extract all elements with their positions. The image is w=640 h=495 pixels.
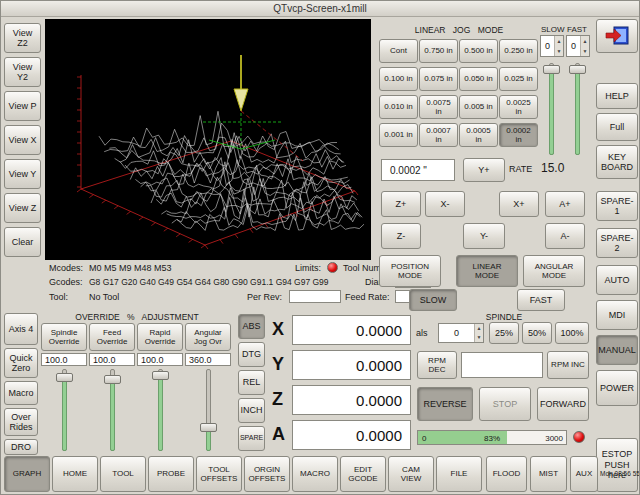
tool-tab-button[interactable]: TOOL: [100, 456, 146, 492]
fullscreen-button[interactable]: Full: [596, 113, 638, 141]
jog-increment-button[interactable]: 0.500 in: [459, 39, 498, 63]
jog-increment-button[interactable]: 0.750 in: [419, 39, 458, 63]
jog-z-minus-button[interactable]: Z-: [381, 223, 421, 249]
view-y-button[interactable]: View Y: [4, 159, 41, 189]
angular-jog-slider[interactable]: [200, 369, 217, 451]
fast-jog-spinbox[interactable]: 0 ▲▼: [566, 35, 590, 57]
clear-view-button[interactable]: Clear: [4, 227, 41, 257]
home-tab-button[interactable]: HOME: [52, 456, 98, 492]
slider-handle[interactable]: [152, 371, 169, 380]
view-z2-button[interactable]: View Z2: [4, 23, 41, 53]
macro-tab-button[interactable]: MACRO: [292, 456, 338, 492]
position-mode-button[interactable]: POSITION MODE: [379, 255, 441, 287]
graph-tab-button[interactable]: GRAPH: [4, 456, 50, 492]
dtg-button[interactable]: DTG: [238, 342, 265, 367]
spinbox-arrows[interactable]: ▲▼: [474, 324, 483, 342]
auto-mode-button[interactable]: AUTO: [596, 265, 638, 295]
rapid-override-button[interactable]: Rapid Override: [137, 323, 183, 351]
aux-button[interactable]: AUX: [570, 456, 598, 492]
spare-dro-button[interactable]: SPARE: [238, 426, 265, 451]
angular-jog-override-button[interactable]: Angular Jog Ovr: [185, 323, 231, 351]
slider-handle[interactable]: [200, 423, 217, 432]
jog-a-minus-button[interactable]: A-: [545, 223, 585, 249]
titlebar[interactable]: QTvcp-Screen-x1mill: [1, 1, 639, 17]
origin-offsets-tab-button[interactable]: ORGIN OFFSETS: [244, 456, 290, 492]
mdi-mode-button[interactable]: MDI: [596, 300, 638, 330]
jog-x-plus-button[interactable]: X+: [499, 191, 539, 217]
keyboard-button[interactable]: KEY BOARD: [596, 145, 638, 179]
tool-offsets-tab-button[interactable]: TOOL OFFSETS: [196, 456, 242, 492]
per-rev-field[interactable]: [289, 290, 341, 303]
gcode-preview-plot[interactable]: [45, 19, 371, 260]
jog-fast-button[interactable]: FAST: [517, 289, 565, 311]
jog-slow-button[interactable]: SLOW: [409, 289, 457, 311]
jog-increment-button[interactable]: 0.0075 in: [419, 95, 458, 119]
view-y2-button[interactable]: View Y2: [4, 57, 41, 87]
jog-increment-button[interactable]: Cont: [379, 39, 418, 63]
view-x-button[interactable]: View X: [4, 125, 41, 155]
spare-2-button[interactable]: SPARE-2: [596, 228, 638, 258]
fast-jog-slider[interactable]: [569, 63, 586, 155]
axis-4-button[interactable]: Axis 4: [4, 313, 38, 345]
cam-view-tab-button[interactable]: CAM VIEW: [388, 456, 434, 492]
spinbox-arrows[interactable]: ▲▼: [580, 36, 589, 56]
abs-button[interactable]: ABS: [238, 314, 265, 339]
inch-button[interactable]: INCH: [238, 398, 265, 423]
power-button[interactable]: POWER: [596, 370, 638, 406]
feed-override-slider[interactable]: [104, 369, 121, 451]
slow-jog-slider[interactable]: [543, 63, 560, 155]
file-tab-button[interactable]: FILE: [436, 456, 482, 492]
flood-button[interactable]: FLOOD: [486, 456, 527, 492]
macro-panel-button[interactable]: Macro: [4, 381, 38, 405]
rpm-dec-button[interactable]: RPM DEC: [417, 351, 457, 379]
rpm-inc-button[interactable]: RPM INC: [547, 351, 589, 379]
jog-increment-button[interactable]: 0.0025 in: [499, 95, 538, 119]
mist-button[interactable]: MIST: [530, 456, 567, 492]
slider-handle[interactable]: [56, 373, 73, 382]
slider-handle[interactable]: [569, 65, 586, 74]
jog-increment-button[interactable]: 0.250 in: [499, 39, 538, 63]
slow-jog-spinbox[interactable]: 0 ▲▼: [540, 35, 564, 57]
spindle-adjust-spinbox[interactable]: 0 ▲▼: [438, 323, 484, 343]
spinbox-arrows[interactable]: ▲▼: [554, 36, 563, 56]
angular-mode-button[interactable]: ANGULAR MODE: [523, 255, 585, 287]
spare-1-button[interactable]: SPARE-1: [596, 191, 638, 221]
slider-handle[interactable]: [543, 65, 560, 74]
overrides-panel-button[interactable]: Over Rides: [4, 408, 38, 436]
linear-mode-button[interactable]: LINEAR MODE: [456, 255, 518, 287]
exit-button[interactable]: [596, 19, 638, 53]
jog-increment-button[interactable]: 0.0005 in: [459, 123, 498, 147]
edit-gcode-tab-button[interactable]: EDIT GCODE: [340, 456, 386, 492]
jog-x-minus-button[interactable]: X-: [425, 191, 465, 217]
jog-increment-button[interactable]: 0.001 in: [379, 123, 418, 147]
spindle-override-button[interactable]: Spindle Override: [41, 323, 87, 351]
spindle-25pct-button[interactable]: 25%: [489, 322, 519, 344]
manual-mode-button[interactable]: MANUAL: [596, 335, 638, 365]
jog-y-plus-button[interactable]: Y+: [463, 158, 505, 182]
estop-button[interactable]: ESTOP PUSH here: [596, 438, 638, 492]
spindle-reverse-button[interactable]: REVERSE: [417, 387, 473, 421]
spindle-50pct-button[interactable]: 50%: [522, 322, 552, 344]
jog-a-plus-button[interactable]: A+: [545, 191, 585, 217]
spindle-override-slider[interactable]: [56, 369, 73, 451]
dro-panel-button[interactable]: DRO: [4, 439, 38, 455]
jog-increment-button[interactable]: 0.100 in: [379, 67, 418, 91]
jog-z-plus-button[interactable]: Z+: [381, 191, 421, 217]
jog-increment-button[interactable]: 0.005 in: [459, 95, 498, 119]
slider-handle[interactable]: [104, 375, 121, 384]
jog-increment-button-selected[interactable]: 0.0002 in: [499, 123, 538, 147]
jog-increment-button[interactable]: 0.010 in: [379, 95, 418, 119]
spindle-forward-button[interactable]: FORWARD: [537, 387, 589, 421]
jog-increment-button[interactable]: 0.0007 in: [419, 123, 458, 147]
help-button[interactable]: HELP: [596, 83, 638, 109]
jog-increment-button[interactable]: 0.075 in: [419, 67, 458, 91]
rapid-override-slider[interactable]: [152, 369, 169, 451]
spindle-stop-button[interactable]: STOP: [479, 387, 531, 421]
rel-button[interactable]: REL: [238, 370, 265, 395]
quick-zero-button[interactable]: Quick Zero: [4, 348, 38, 378]
spindle-100pct-button[interactable]: 100%: [555, 322, 589, 344]
probe-tab-button[interactable]: PROBE: [148, 456, 194, 492]
jog-increment-button[interactable]: 0.025 in: [499, 67, 538, 91]
jog-increment-button[interactable]: 0.050 in: [459, 67, 498, 91]
jog-y-minus-button[interactable]: Y-: [463, 223, 505, 249]
